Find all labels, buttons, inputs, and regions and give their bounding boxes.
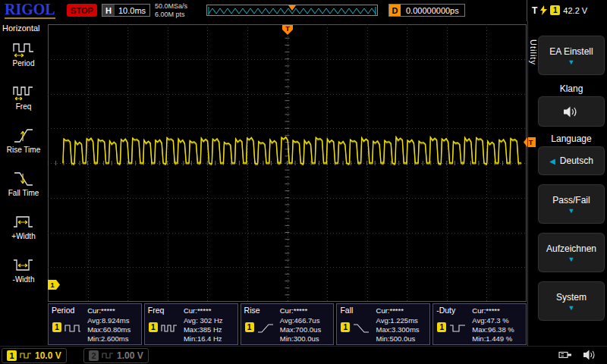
delay-label: D xyxy=(389,5,401,16)
trigger-source-badge: 1 xyxy=(550,5,560,15)
cur-value: Cur:***** xyxy=(376,306,404,315)
sidebar-item-label: Period xyxy=(13,60,35,67)
chevron-down-icon: ▼ xyxy=(568,208,575,214)
period-glyph-icon xyxy=(64,322,81,334)
sidebar-item-rise-time[interactable]: Rise Time xyxy=(0,127,47,154)
cur-value: Cur:***** xyxy=(280,306,307,315)
thumb-trigger-marker-icon xyxy=(288,5,296,14)
svg-text:1: 1 xyxy=(50,281,54,289)
chevron-down-icon: ▼ xyxy=(568,59,575,65)
freq-measure-icon xyxy=(12,83,35,102)
edge-trigger-icon xyxy=(540,5,547,15)
sidebar-item-plus-width[interactable]: +Width xyxy=(0,213,47,240)
sidebar-item-period[interactable]: Period xyxy=(0,40,47,67)
measurement-panel-freq: Freq Cur:***** Avg: 302 Hz Max:385 Hz Mi… xyxy=(144,303,238,345)
menu-label-klang: Klang xyxy=(537,83,605,94)
min-value: Min:500.0us xyxy=(376,334,416,343)
channel1-scale: 10.0 V xyxy=(35,350,61,361)
sidebar-item-fall-time[interactable]: Fall Time xyxy=(0,170,47,197)
source-badge: 1 xyxy=(341,322,350,332)
trigger-position-marker[interactable]: T xyxy=(282,24,293,38)
menu-item-klang[interactable] xyxy=(537,96,605,127)
chevron-left-icon: ◀ xyxy=(549,157,555,165)
memory-depth: 6.00M pts xyxy=(155,11,187,19)
fall-glyph-icon xyxy=(353,322,370,334)
menu-item-aufzeichnen[interactable]: Aufzeichnen ▼ xyxy=(537,232,605,273)
min-value: Min:2.600ms xyxy=(87,334,128,343)
min-value: Min:300.0us xyxy=(280,334,319,343)
oscilloscope-screen: RIGOL STOP H 10.0ms 50.0MSa/s 6.00M pts … xyxy=(0,0,607,364)
channel1-status[interactable]: 1 10.0 V xyxy=(2,348,67,363)
max-value: Max:700.0us xyxy=(280,325,321,334)
speaker-icon xyxy=(583,350,596,360)
avg-value: Avg:466.7us xyxy=(280,316,320,325)
cur-value: Cur:***** xyxy=(184,306,211,315)
divider xyxy=(527,0,527,21)
source-badge: 1 xyxy=(245,322,254,332)
channel2-scale: 1.00 V xyxy=(117,350,143,361)
chevron-down-icon: ▼ xyxy=(568,305,575,311)
measurement-panel-period: Period Cur:***** Avg:8.924ms Max:60.80ms… xyxy=(48,303,142,345)
sidebar-title: Horizontal xyxy=(0,21,47,33)
graticule-area xyxy=(48,24,527,302)
source-badge: 1 xyxy=(149,322,158,332)
max-value: Max:3.300ms xyxy=(376,325,420,334)
minus-duty-glyph-icon xyxy=(449,322,466,334)
menu-item-system[interactable]: System ▼ xyxy=(537,281,605,322)
measurement-row: Period Cur:***** Avg:8.924ms Max:60.80ms… xyxy=(48,303,527,345)
chevron-down-icon: ▼ xyxy=(568,256,575,262)
trigger-level-value: 42.2 V xyxy=(563,6,587,15)
cur-value: Cur:***** xyxy=(472,306,499,315)
channel-bar: 1 10.0 V 2 1.00 V xyxy=(0,346,607,364)
avg-value: Avg:8.924ms xyxy=(87,316,129,325)
source-badge: 1 xyxy=(52,322,61,332)
channel2-badge: 2 xyxy=(89,350,99,361)
trigger-status-group: T 1 42.2 V xyxy=(532,4,587,17)
sidebar-item-label: Fall Time xyxy=(8,190,39,197)
measurement-panel-minus-duty: -Duty Cur:***** Avg:47.3 % Max:96.38 % M… xyxy=(432,303,527,345)
sidebar-item-freq[interactable]: Freq xyxy=(0,83,47,111)
channel2-status[interactable]: 2 1.00 V xyxy=(83,348,149,363)
acquisition-info: 50.0MSa/s 6.00M pts xyxy=(155,2,187,19)
sidebar-item-label: Rise Time xyxy=(7,146,40,154)
minus-width-icon xyxy=(12,256,35,275)
speaker-icon xyxy=(564,106,579,118)
svg-text:T: T xyxy=(529,139,533,146)
sidebar-item-minus-width[interactable]: -Width xyxy=(0,256,47,284)
trigger-level-marker[interactable]: T xyxy=(524,136,536,150)
channel1-offset-marker[interactable]: 1 xyxy=(48,279,60,293)
avg-value: Avg:1.225ms xyxy=(376,316,418,325)
menu-item-ea-einstell[interactable]: EA Einstell ▼ xyxy=(537,35,605,76)
sidebar-item-label: -Width xyxy=(13,276,35,284)
min-value: Min:16.4 Hz xyxy=(184,334,222,343)
avg-value: Avg:47.3 % xyxy=(472,316,508,325)
horizontal-scale-group: H 10.0ms xyxy=(102,4,150,17)
run-stop-indicator[interactable]: STOP xyxy=(67,4,97,17)
measurement-panel-fall: Fall Cur:***** Avg:1.225ms Max:3.300ms M… xyxy=(336,303,430,345)
rise-time-icon xyxy=(12,127,35,145)
delay-group: D 0.00000000ps xyxy=(388,4,465,17)
cur-value: Cur:***** xyxy=(87,306,115,315)
max-value: Max:385 Hz xyxy=(184,325,222,334)
channel2-coupling-icon xyxy=(102,352,114,359)
rigol-logo: RIGOL xyxy=(5,1,55,19)
language-value: Deutsch xyxy=(560,155,593,166)
period-measure-icon xyxy=(12,40,35,58)
freq-glyph-icon xyxy=(161,322,178,334)
menu-item-language[interactable]: ◀ Deutsch xyxy=(537,146,605,176)
avg-value: Avg: 302 Hz xyxy=(184,316,223,325)
fall-time-icon xyxy=(12,170,35,188)
menu-label-language: Language xyxy=(537,133,605,144)
max-value: Max:60.80ms xyxy=(87,325,131,334)
divider xyxy=(527,21,528,346)
delay-value: 0.00000000ps xyxy=(401,6,464,15)
min-value: Min:1.449 % xyxy=(472,334,512,343)
source-badge: 1 xyxy=(437,322,446,332)
plus-width-icon xyxy=(12,213,35,231)
sidebar-item-label: Freq xyxy=(16,103,32,111)
rise-glyph-icon xyxy=(257,322,274,334)
max-value: Max:96.38 % xyxy=(472,325,514,334)
waveform-position-bar[interactable] xyxy=(206,5,378,16)
measure-sidebar: Horizontal Period Freq xyxy=(0,21,47,346)
menu-item-pass-fail[interactable]: Pass/Fail ▼ xyxy=(537,184,605,224)
